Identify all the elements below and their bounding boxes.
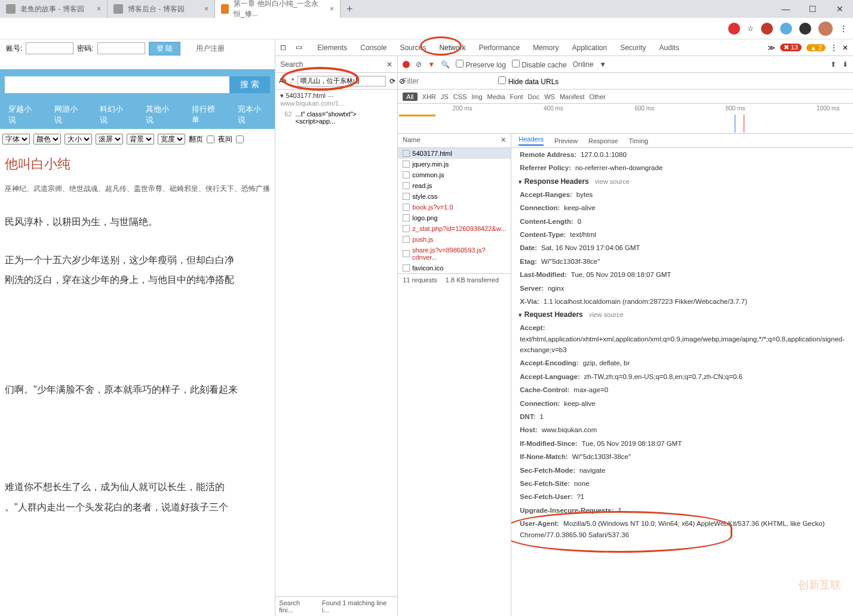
color-select[interactable]: 颜色 [33, 134, 61, 144]
star-icon[interactable]: ☆ [747, 24, 754, 33]
filter-type[interactable]: Img [471, 93, 482, 100]
minimize-button[interactable]: — [772, 0, 799, 18]
search-result-file[interactable]: ▾ 5403177.html — www.biqukan.com/1... [275, 90, 397, 109]
adblock-icon[interactable] [761, 23, 773, 35]
filter-type[interactable]: Other [589, 93, 606, 100]
filter-all[interactable]: All [403, 93, 417, 101]
tab-performance[interactable]: Performance [472, 40, 526, 56]
close-icon[interactable]: × [330, 5, 334, 13]
tab-security[interactable]: Security [614, 40, 652, 56]
response-headers-section[interactable]: Response Headers [524, 177, 589, 186]
clear-icon[interactable]: ⊘ [416, 60, 422, 69]
tab-elements[interactable]: Elements [311, 40, 353, 56]
nav-item[interactable]: 穿越小说 [0, 104, 46, 125]
search-button[interactable]: 搜 索 [229, 76, 270, 93]
tab-preview[interactable]: Preview [554, 137, 578, 144]
tab-audits[interactable]: Audits [653, 40, 685, 56]
case-icon[interactable]: Aa [279, 78, 286, 84]
request-row[interactable]: style.css [398, 191, 511, 202]
browser-tab-2[interactable]: 第一章 他叫白小纯_一念永恒_修...× [215, 0, 340, 18]
filter-type[interactable]: CSS [453, 93, 467, 100]
tab-console[interactable]: Console [354, 40, 392, 56]
width-select[interactable]: 宽度 [158, 134, 185, 144]
account-input[interactable] [26, 42, 73, 54]
size-select[interactable]: 大小 [65, 134, 92, 144]
filter-type[interactable]: Media [487, 93, 505, 100]
request-row[interactable]: read.js [398, 180, 511, 191]
view-source-link[interactable]: view source [589, 311, 624, 318]
request-row[interactable]: book.js?v=1.0 [398, 202, 511, 212]
scroll-select[interactable]: 滚屏 [96, 134, 123, 144]
settings-icon[interactable]: ⋮ [830, 44, 837, 52]
extension-icon[interactable] [728, 23, 740, 35]
close-button[interactable]: ✕ [826, 0, 853, 18]
network-timeline[interactable]: 200 ms 400 ms 600 ms 800 ms 1000 ms [398, 104, 853, 134]
tab-headers[interactable]: Headers [518, 135, 544, 146]
request-row[interactable]: common.js [398, 170, 511, 180]
filter-icon[interactable]: ▼ [428, 60, 435, 69]
view-source-link[interactable]: view source [595, 178, 630, 185]
upload-icon[interactable]: ⬆ [830, 60, 836, 69]
tab-sources[interactable]: Sources [394, 40, 432, 56]
warning-badge[interactable]: ▲ 2 [806, 44, 826, 51]
tab-application[interactable]: Application [566, 40, 613, 56]
extension-icon[interactable] [799, 23, 811, 35]
nav-item[interactable]: 科幻小说 [91, 104, 137, 125]
request-headers-section[interactable]: Request Headers [524, 310, 583, 319]
tab-response[interactable]: Response [588, 137, 618, 144]
filter-type[interactable]: Font [510, 93, 523, 100]
device-icon[interactable]: ▭ [296, 43, 305, 53]
nav-item[interactable]: 排行榜单 [183, 104, 229, 125]
regex-icon[interactable]: .* [290, 78, 294, 84]
request-row[interactable]: z_stat.php?id=1260938422&w... [398, 223, 511, 234]
close-icon[interactable]: × [97, 5, 101, 13]
extension-icon[interactable] [780, 23, 792, 35]
menu-icon[interactable]: ⋮ [840, 24, 847, 33]
preserve-log-toggle[interactable]: Preserve log [456, 60, 506, 69]
new-tab-button[interactable]: + [340, 3, 359, 16]
request-row[interactable]: jquery.min.js [398, 159, 511, 170]
tab-network[interactable]: Network [433, 40, 471, 56]
request-row[interactable]: favicon.ico [398, 263, 511, 273]
profile-avatar[interactable] [818, 21, 833, 36]
online-select[interactable]: Online [573, 60, 594, 69]
filter-type[interactable]: XHR [422, 93, 436, 100]
disable-cache-toggle[interactable]: Disable cache [512, 60, 567, 69]
network-filter-input[interactable] [403, 77, 492, 85]
browser-tab-0[interactable]: 老鱼的故事 - 博客园× [0, 0, 108, 18]
close-icon[interactable]: ✕ [501, 136, 506, 145]
refresh-icon[interactable]: ⟳ [389, 77, 395, 85]
maximize-button[interactable]: ☐ [799, 0, 826, 18]
search-input[interactable] [5, 76, 229, 93]
download-icon[interactable]: ⬇ [842, 60, 848, 69]
filter-type[interactable]: Manifest [560, 93, 585, 100]
clear-icon[interactable]: ⊘ [399, 77, 405, 85]
close-icon[interactable]: × [204, 5, 208, 13]
devtools-search-input[interactable] [297, 76, 386, 87]
filter-type[interactable]: Doc [528, 93, 540, 100]
request-row[interactable]: share.js?v=89860593.js?cdnver... [398, 245, 511, 263]
page-checkbox[interactable] [207, 135, 214, 143]
close-devtools-icon[interactable]: ✕ [842, 44, 848, 52]
hide-data-urls-toggle[interactable]: Hide data URLs [498, 76, 559, 86]
record-button[interactable] [403, 61, 410, 68]
more-icon[interactable]: ≫ [768, 44, 775, 52]
inspect-icon[interactable]: ◻ [280, 43, 290, 53]
request-row[interactable]: push.js [398, 234, 511, 245]
font-select[interactable]: 字体 [2, 134, 30, 144]
tab-memory[interactable]: Memory [527, 40, 564, 56]
nav-item[interactable]: 网游小说 [46, 104, 92, 125]
login-button[interactable]: 登 陆 [149, 42, 180, 56]
search-icon[interactable]: 🔍 [441, 60, 450, 69]
bg-select[interactable]: 背景 [127, 134, 154, 144]
nav-item[interactable]: 完本小说 [229, 104, 275, 125]
tab-timing[interactable]: Timing [629, 137, 649, 144]
filter-type[interactable]: JS [441, 93, 449, 100]
browser-tab-1[interactable]: 博客后台 - 博客园× [108, 0, 215, 18]
close-icon[interactable]: ✕ [386, 60, 392, 69]
column-name[interactable]: Name [403, 136, 420, 145]
nav-item[interactable]: 其他小说 [137, 104, 183, 125]
night-checkbox[interactable] [236, 135, 244, 143]
register-link[interactable]: 用户注册 [196, 44, 225, 54]
password-input[interactable] [97, 42, 145, 54]
